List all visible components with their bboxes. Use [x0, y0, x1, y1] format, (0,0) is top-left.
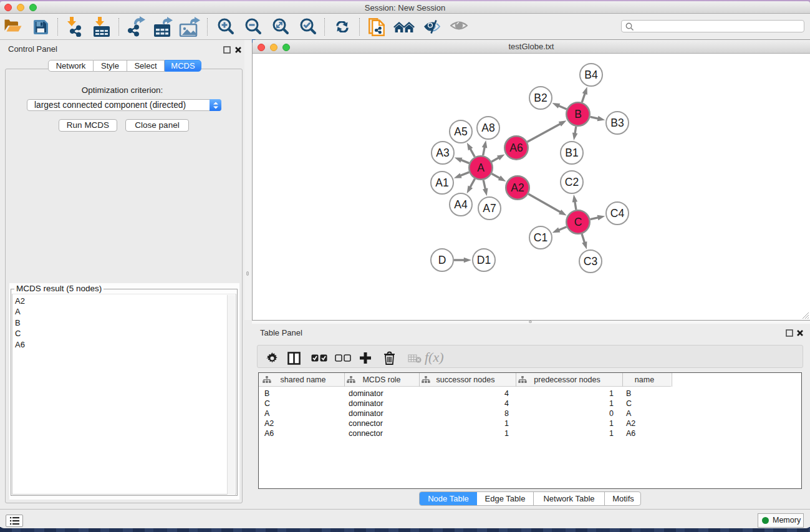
- svg-text:B: B: [574, 108, 582, 120]
- svg-text:B4: B4: [584, 69, 598, 81]
- svg-text:B2: B2: [534, 92, 547, 104]
- svg-text:A7: A7: [483, 202, 496, 215]
- svg-text:A6: A6: [509, 142, 523, 154]
- svg-text:C: C: [574, 216, 582, 228]
- svg-text:B1: B1: [565, 147, 578, 159]
- svg-text:C1: C1: [534, 231, 547, 244]
- svg-text:A8: A8: [481, 122, 494, 134]
- svg-text:A3: A3: [436, 147, 449, 159]
- svg-text:A1: A1: [435, 177, 448, 189]
- svg-text:C2: C2: [565, 176, 579, 188]
- svg-text:A2: A2: [511, 181, 524, 194]
- svg-text:C3: C3: [584, 255, 597, 268]
- svg-text:A: A: [477, 162, 485, 174]
- svg-text:D1: D1: [477, 254, 491, 266]
- svg-text:B3: B3: [610, 117, 624, 129]
- svg-text:A4: A4: [454, 198, 468, 211]
- svg-text:C4: C4: [610, 207, 625, 220]
- svg-text:D: D: [438, 254, 446, 266]
- svg-text:A5: A5: [454, 125, 467, 138]
